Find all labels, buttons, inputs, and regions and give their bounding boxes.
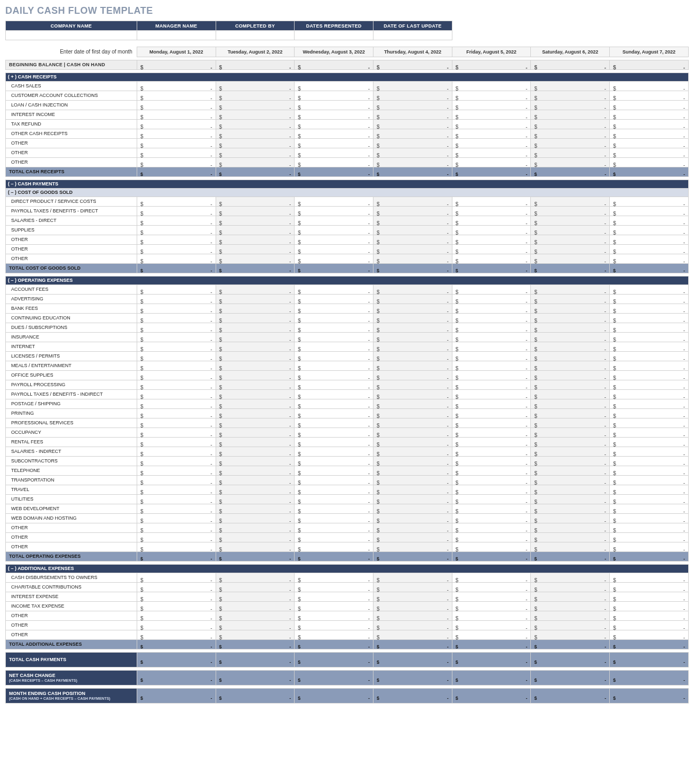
money-cell[interactable]: $- <box>610 380 689 389</box>
money-cell[interactable]: $- <box>373 611 452 620</box>
money-cell[interactable]: $- <box>216 294 295 304</box>
money-cell[interactable]: $- <box>137 620 216 630</box>
money-cell[interactable]: $- <box>373 342 452 351</box>
money-cell[interactable]: $- <box>531 620 610 630</box>
money-cell[interactable]: $- <box>295 380 373 389</box>
money-cell[interactable]: $- <box>610 485 689 494</box>
money-cell[interactable]: $- <box>216 129 295 138</box>
money-cell[interactable]: $- <box>137 313 216 323</box>
money-cell[interactable]: $- <box>295 284 373 294</box>
money-cell[interactable]: $- <box>452 582 531 592</box>
money-cell[interactable]: $- <box>216 427 295 437</box>
money-cell[interactable]: $- <box>610 630 689 639</box>
money-cell[interactable]: $- <box>137 427 216 437</box>
money-cell[interactable]: $- <box>452 361 531 370</box>
money-cell[interactable]: $- <box>216 138 295 148</box>
money-cell[interactable]: $- <box>610 81 689 91</box>
money-cell[interactable]: $- <box>610 129 689 138</box>
money-cell[interactable]: $- <box>373 235 452 244</box>
money-cell[interactable]: $- <box>216 466 295 475</box>
money-cell[interactable]: $- <box>373 380 452 389</box>
money-cell[interactable]: $- <box>610 148 689 157</box>
money-cell[interactable]: $- <box>610 620 689 630</box>
money-cell[interactable]: $- <box>137 323 216 332</box>
money-cell[interactable]: $- <box>610 389 689 399</box>
money-cell[interactable]: $- <box>373 157 452 167</box>
money-cell[interactable]: $- <box>452 284 531 294</box>
money-cell[interactable]: $- <box>452 313 531 323</box>
money-cell[interactable]: $- <box>295 361 373 370</box>
money-cell[interactable]: $- <box>216 304 295 313</box>
money-cell[interactable]: $- <box>610 418 689 427</box>
money-cell[interactable]: $- <box>295 148 373 157</box>
money-cell[interactable]: $- <box>373 418 452 427</box>
money-cell[interactable]: $- <box>137 523 216 532</box>
money-cell[interactable]: $- <box>295 244 373 254</box>
money-cell[interactable]: $- <box>531 225 610 235</box>
money-cell[interactable]: $- <box>216 611 295 620</box>
money-cell[interactable]: $- <box>295 60 373 69</box>
money-cell[interactable]: $- <box>137 361 216 370</box>
money-cell[interactable]: $- <box>295 620 373 630</box>
money-cell[interactable]: $- <box>216 342 295 351</box>
money-cell[interactable]: $- <box>531 601 610 611</box>
money-cell[interactable]: $- <box>295 294 373 304</box>
money-cell[interactable]: $- <box>531 304 610 313</box>
money-cell[interactable]: $- <box>216 235 295 244</box>
money-cell[interactable]: $- <box>216 148 295 157</box>
money-cell[interactable]: $- <box>452 611 531 620</box>
money-cell[interactable]: $- <box>216 284 295 294</box>
money-cell[interactable]: $- <box>216 380 295 389</box>
money-cell[interactable]: $- <box>452 254 531 263</box>
money-cell[interactable]: $- <box>373 370 452 380</box>
money-cell[interactable]: $- <box>216 523 295 532</box>
money-cell[interactable]: $- <box>610 294 689 304</box>
money-cell[interactable]: $- <box>373 494 452 504</box>
money-cell[interactable]: $- <box>373 304 452 313</box>
money-cell[interactable]: $- <box>216 351 295 361</box>
money-cell[interactable]: $- <box>137 91 216 100</box>
money-cell[interactable]: $- <box>216 110 295 119</box>
money-cell[interactable]: $- <box>373 399 452 408</box>
money-cell[interactable]: $- <box>373 323 452 332</box>
money-cell[interactable]: $- <box>295 119 373 129</box>
money-cell[interactable]: $- <box>137 399 216 408</box>
money-cell[interactable]: $- <box>531 523 610 532</box>
info-input-0[interactable] <box>6 31 137 40</box>
money-cell[interactable]: $- <box>531 138 610 148</box>
money-cell[interactable]: $- <box>531 494 610 504</box>
info-input-4[interactable] <box>373 31 452 40</box>
money-cell[interactable]: $- <box>295 235 373 244</box>
money-cell[interactable]: $- <box>373 361 452 370</box>
money-cell[interactable]: $- <box>610 611 689 620</box>
money-cell[interactable]: $- <box>452 342 531 351</box>
money-cell[interactable]: $- <box>216 399 295 408</box>
money-cell[interactable]: $- <box>373 456 452 466</box>
money-cell[interactable]: $- <box>137 81 216 91</box>
money-cell[interactable]: $- <box>373 532 452 542</box>
info-input-1[interactable] <box>137 31 216 40</box>
money-cell[interactable]: $- <box>452 294 531 304</box>
money-cell[interactable]: $- <box>531 542 610 551</box>
money-cell[interactable]: $- <box>452 157 531 167</box>
money-cell[interactable]: $- <box>295 342 373 351</box>
money-cell[interactable]: $- <box>373 513 452 523</box>
money-cell[interactable]: $- <box>295 399 373 408</box>
money-cell[interactable]: $- <box>610 119 689 129</box>
money-cell[interactable]: $- <box>137 418 216 427</box>
money-cell[interactable]: $- <box>452 332 531 342</box>
money-cell[interactable]: $- <box>373 60 452 69</box>
money-cell[interactable]: $- <box>531 100 610 110</box>
money-cell[interactable]: $- <box>373 427 452 437</box>
money-cell[interactable]: $- <box>295 485 373 494</box>
money-cell[interactable]: $- <box>373 110 452 119</box>
money-cell[interactable]: $- <box>452 523 531 532</box>
money-cell[interactable]: $- <box>373 294 452 304</box>
money-cell[interactable]: $- <box>137 129 216 138</box>
money-cell[interactable]: $- <box>610 284 689 294</box>
money-cell[interactable]: $- <box>137 466 216 475</box>
money-cell[interactable]: $- <box>452 91 531 100</box>
money-cell[interactable]: $- <box>531 437 610 447</box>
money-cell[interactable]: $- <box>137 304 216 313</box>
money-cell[interactable]: $- <box>452 504 531 513</box>
